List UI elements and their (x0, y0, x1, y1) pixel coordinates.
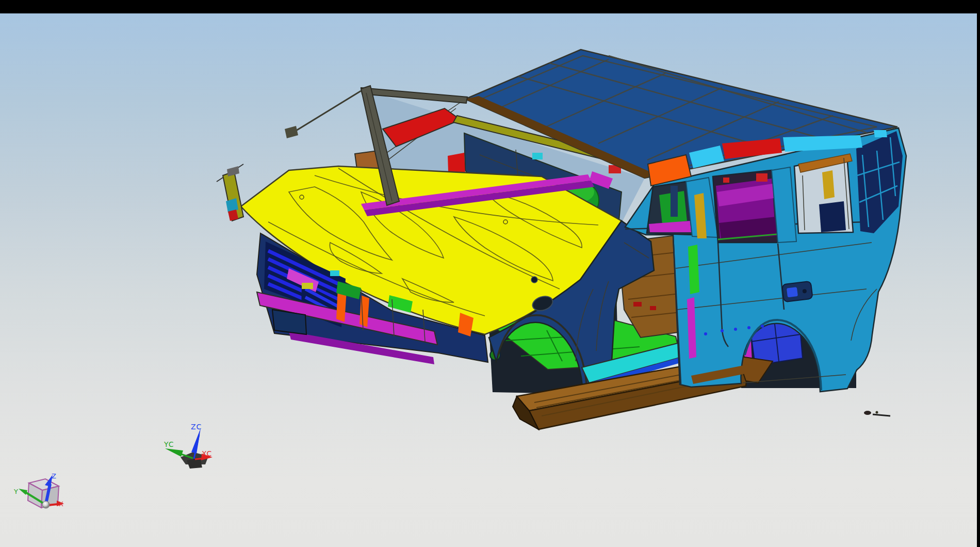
inner-structure (671, 186, 678, 217)
view-x-label: X (59, 500, 64, 508)
cowl-winglet[interactable] (217, 164, 243, 221)
floor-red-bit (650, 306, 656, 310)
wcs-triad[interactable]: ZC YC XC (164, 423, 213, 469)
door-handle[interactable] (782, 281, 813, 302)
rear-door-window[interactable] (713, 170, 778, 243)
quarter-window[interactable] (794, 154, 853, 233)
scene-canvas[interactable]: ZC YC XC Z (0, 0, 980, 547)
trim-red (723, 178, 729, 183)
view-y-label: Y (13, 488, 19, 495)
patch-cyan (330, 270, 339, 276)
wcs-y-arrow[interactable] (165, 448, 183, 457)
wcs-x-label: XC (202, 449, 212, 458)
trim-red (756, 173, 767, 182)
wcs-z-arrow[interactable] (191, 428, 201, 454)
wcs-z-label: ZC (191, 423, 202, 431)
wcs-y-label: YC (164, 440, 174, 448)
patch-yellow (302, 283, 313, 289)
front-door-window[interactable] (647, 182, 692, 235)
view-origin-sphere[interactable] (42, 501, 50, 508)
far-a-pillar (292, 91, 361, 133)
view-y-arrow[interactable] (19, 489, 27, 495)
inner-box-navy[interactable] (819, 201, 846, 232)
cad-application-window: ZC YC XC Z (0, 0, 980, 547)
winglet-gray (227, 166, 239, 176)
bracket-gold[interactable] (822, 170, 835, 199)
car-model[interactable] (217, 50, 906, 429)
rail-cyan-small[interactable] (874, 130, 887, 137)
floor-red-bit (633, 302, 642, 307)
view-triad[interactable]: Z Y X (13, 472, 64, 508)
view-z-label: Z (52, 472, 57, 480)
debris-marks (864, 411, 890, 416)
trim-cyan[interactable] (532, 153, 543, 159)
far-pillar-tip (285, 126, 298, 138)
fender-hole-small (531, 277, 537, 283)
